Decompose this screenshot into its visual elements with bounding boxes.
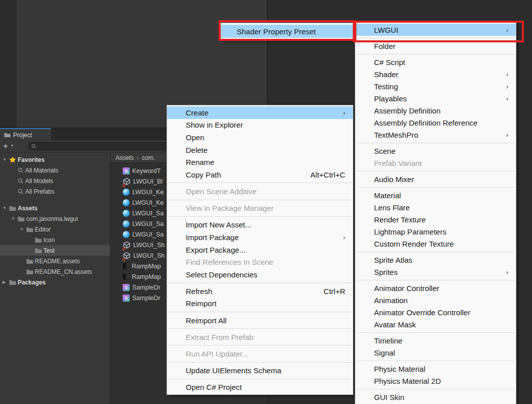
sidebar-item-all-materials[interactable]: All Materials <box>0 165 110 176</box>
menu-item-rename[interactable]: Rename <box>167 156 353 168</box>
menu-item-sprites[interactable]: Sprites› <box>355 266 516 278</box>
menu-item-open-c-project[interactable]: Open C# Project <box>167 381 353 394</box>
sidebar-item-com-jasonma-lwgui[interactable]: ▼com.jasonma.lwgui <box>0 213 110 224</box>
menu-separator <box>168 362 352 363</box>
menu-separator <box>356 54 515 54</box>
menu-item-scene[interactable]: Scene <box>355 145 516 157</box>
menu-item-material[interactable]: Material <box>355 189 516 201</box>
menu-item-label: Render Texture <box>374 215 508 224</box>
menu-item-lens-flare[interactable]: Lens Flare <box>355 201 516 213</box>
menu-item-label: Shader <box>374 70 498 79</box>
menu-item-delete[interactable]: Delete <box>167 144 353 156</box>
menu-item-audio-mixer[interactable]: Audio Mixer <box>355 173 516 185</box>
menu-item-playables[interactable]: Playables› <box>355 92 516 104</box>
menu-item-find-references-in-scene[interactable]: Find References In Scene <box>167 256 353 268</box>
context-menu: Create›Show in ExplorerOpenDeleteRenameC… <box>167 105 353 395</box>
file-item-label: RampMap <box>132 263 161 270</box>
menu-separator <box>168 345 352 345</box>
shader-cube-icon: {} <box>123 252 131 260</box>
menu-item-label: Physic Material <box>374 365 508 373</box>
menu-item-reimport-all[interactable]: Reimport All <box>167 314 353 327</box>
menu-item-render-texture[interactable]: Render Texture <box>355 213 516 225</box>
material-sphere-icon <box>123 220 130 227</box>
chevron-down-icon[interactable]: ▾ <box>11 143 13 148</box>
menu-item-shortcut: Ctrl+R <box>324 287 345 296</box>
menu-item-extract-from-prefab[interactable]: Extract From Prefab <box>167 331 353 343</box>
menu-item-timeline[interactable]: Timeline <box>355 334 516 347</box>
menu-item-label: Copy Path <box>186 170 295 179</box>
expander-closed-icon[interactable]: ▶ <box>3 280 9 284</box>
menu-item-animator-controller[interactable]: Animator Controller <box>355 282 516 294</box>
menu-item-label: Assembly Definition <box>374 106 508 115</box>
breadcrumb-chevron-icon: › <box>137 154 139 161</box>
menu-item-run-api-updater[interactable]: Run API Updater... <box>167 348 353 360</box>
breadcrumb-root[interactable]: Assets <box>116 154 134 161</box>
menu-item-label: Import New Asset... <box>186 220 345 229</box>
menu-item-show-in-explorer[interactable]: Show in Explorer <box>167 119 353 132</box>
expander-open-icon[interactable]: ▼ <box>11 216 18 221</box>
menu-item-update-uielements-schema[interactable]: Update UIElements Schema <box>167 364 353 377</box>
menu-item-textmeshpro[interactable]: TextMeshPro› <box>355 129 516 141</box>
menu-item-create[interactable]: Create› <box>167 106 353 119</box>
menu-item-reimport[interactable]: Reimport <box>167 298 353 310</box>
sidebar-item-test[interactable]: Test <box>0 245 110 256</box>
menu-item-avatar-mask[interactable]: Avatar Mask <box>355 318 516 330</box>
sidebar-item-icon[interactable]: Icon <box>0 235 110 245</box>
menu-item-label: Create <box>186 108 335 117</box>
menu-item-animation[interactable]: Animation <box>355 294 516 306</box>
menu-item-open-scene-additive[interactable]: Open Scene Additive <box>167 185 353 198</box>
sidebar-item-all-prefabs[interactable]: All Prefabs <box>0 186 110 197</box>
sidebar-item-label: All Models <box>25 178 53 185</box>
file-item-label: LWGUI_Sa <box>132 210 164 217</box>
menu-item-select-dependencies[interactable]: Select Dependencies <box>167 268 353 281</box>
left-dark-strip <box>0 0 17 128</box>
expander-open-icon[interactable]: ▼ <box>20 227 26 232</box>
menu-item-gui-skin[interactable]: GUI Skin <box>355 391 516 403</box>
sidebar-item-label: com.jasonma.lwgui <box>26 215 78 222</box>
sidebar-item-favorites[interactable]: ▼Favorites <box>0 154 110 165</box>
sidebar-item-assets[interactable]: ▼Assets <box>0 203 110 213</box>
menu-item-label: Open C# Project <box>186 383 345 391</box>
menu-item-label: Animator Override Controller <box>374 308 508 317</box>
menu-item-sprite-atlas[interactable]: Sprite Atlas <box>355 254 516 266</box>
scriptable-object-icon: S <box>123 167 130 175</box>
sidebar-item-readme-assets[interactable]: README.assets <box>0 256 110 266</box>
menu-item-label: Physics Material 2D <box>374 377 508 385</box>
menu-item-animator-override-controller[interactable]: Animator Override Controller <box>355 306 516 318</box>
menu-item-physic-material[interactable]: Physic Material <box>355 363 516 375</box>
sidebar-item-readme-cn-assets[interactable]: README_CN.assets <box>0 266 110 277</box>
menu-item-signal[interactable]: Signal <box>355 347 516 359</box>
menu-item-label: Avatar Mask <box>374 320 508 329</box>
sidebar-item-editor[interactable]: ▼Editor <box>0 224 110 235</box>
expander-open-icon[interactable]: ▼ <box>3 157 9 162</box>
menu-separator <box>356 280 515 280</box>
expander-open-icon[interactable]: ▼ <box>3 206 9 210</box>
menu-item-prefab-variant[interactable]: Prefab Variant <box>355 157 516 169</box>
menu-item-label: Run API Updater... <box>186 350 345 358</box>
sidebar-item-packages[interactable]: ▶Packages <box>0 277 110 287</box>
sidebar-item-label: README_CN.assets <box>35 268 92 275</box>
menu-item-label: Material <box>374 191 508 200</box>
tab-project[interactable]: Project <box>0 128 51 141</box>
menu-item-testing[interactable]: Testing› <box>355 80 516 92</box>
sidebar-item-all-models[interactable]: All Models <box>0 176 110 186</box>
menu-item-import-package[interactable]: Import Package› <box>167 231 353 244</box>
menu-item-assembly-definition[interactable]: Assembly Definition <box>355 104 516 117</box>
menu-item-refresh[interactable]: RefreshCtrl+R <box>167 285 353 298</box>
menu-item-physics-material-2d[interactable]: Physics Material 2D <box>355 375 516 387</box>
menu-item-open[interactable]: Open <box>167 131 353 144</box>
menu-item-label: Scene <box>374 147 508 155</box>
menu-item-label: Open <box>186 133 345 142</box>
menu-item-assembly-definition-reference[interactable]: Assembly Definition Reference <box>355 117 516 129</box>
add-asset-button[interactable]: + <box>3 141 8 152</box>
menu-item-lightmap-parameters[interactable]: Lightmap Parameters <box>355 225 516 238</box>
submenu-arrow-icon: › <box>506 268 508 276</box>
menu-item-c-script[interactable]: C# Script <box>355 56 516 68</box>
menu-item-shader[interactable]: Shader› <box>355 68 516 80</box>
menu-item-import-new-asset[interactable]: Import New Asset... <box>167 219 353 232</box>
menu-item-copy-path[interactable]: Copy PathAlt+Ctrl+C <box>167 168 353 181</box>
menu-item-export-package[interactable]: Export Package... <box>167 244 353 256</box>
breadcrumb-current[interactable]: com. <box>142 154 155 161</box>
menu-item-custom-render-texture[interactable]: Custom Render Texture <box>355 238 516 250</box>
menu-item-view-in-package-manager[interactable]: View in Package Manager <box>167 202 353 214</box>
